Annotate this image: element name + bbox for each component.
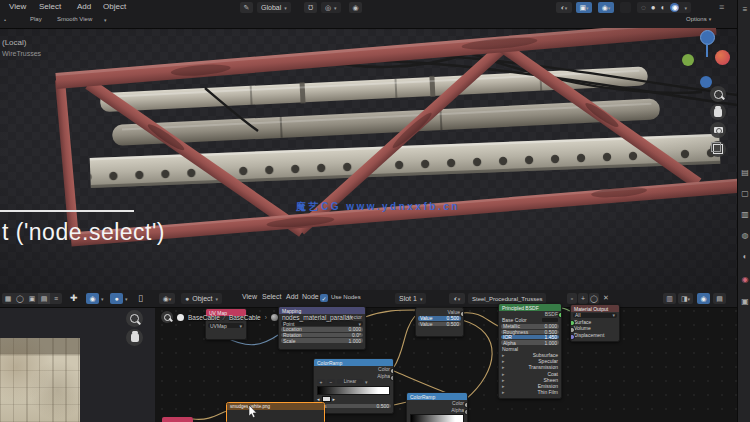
socket[interactable] [570, 320, 575, 326]
breadcrumb-material[interactable]: BaseCable [229, 314, 261, 321]
output-target-dropdown[interactable]: All ▾ [573, 313, 617, 318]
cursor-tool-icon[interactable]: ◉ [349, 2, 362, 13]
bsdf-alpha-slider[interactable]: Alpha1.000 [501, 340, 559, 344]
tab-viewlayer-icon[interactable]: ▥ [740, 208, 750, 220]
image-zoom-button[interactable] [126, 310, 143, 327]
editor-type-icon[interactable]: ▦ [2, 293, 14, 304]
perspective-toggle-button[interactable] [710, 141, 726, 157]
play-menu[interactable]: Play [30, 16, 42, 22]
tab-render-icon[interactable]: ▤ [740, 166, 750, 178]
menu-add[interactable]: Add [74, 1, 94, 12]
pin-icon[interactable]: ✚ [70, 293, 78, 303]
image-pan-button[interactable] [126, 329, 143, 346]
material-fake-user-button[interactable]: ◯ [589, 293, 599, 304]
shader-type-dropdown[interactable]: ● Object ▾ [181, 293, 222, 304]
transform-orientation-dropdown[interactable]: Global ▾ [257, 2, 291, 13]
node-colorramp-2[interactable]: ColorRamp Color Alpha [406, 392, 468, 422]
socket[interactable] [558, 312, 563, 318]
node-math[interactable]: Value Value 0.500 Value 0.500 [415, 307, 464, 337]
view-mode-icon[interactable]: ◯ [14, 293, 26, 304]
texture-image-preview[interactable] [0, 338, 80, 422]
tab-output-icon[interactable]: ▢ [740, 187, 750, 199]
annotate-icon[interactable]: ✎ [240, 2, 253, 13]
node-partial-red-header[interactable] [162, 417, 193, 422]
gizmo-minus-z-axis[interactable] [700, 76, 712, 88]
camera-view-button[interactable] [710, 122, 726, 138]
material-new-button[interactable]: + [578, 293, 588, 304]
shading-extra-button[interactable] [620, 2, 631, 13]
image-toggle-a[interactable]: ◉ [86, 293, 99, 304]
xray-toggle[interactable]: ◉▾ [598, 2, 614, 13]
snap-magnet-icon[interactable]: Ω [304, 2, 317, 13]
image-toggle-b[interactable]: ● [110, 293, 123, 304]
ramp-delete-stop-button[interactable]: − [327, 379, 335, 384]
socket[interactable] [460, 311, 465, 317]
navigation-gizmo[interactable] [678, 28, 734, 92]
overlay-toggle-icon[interactable]: ▥ [663, 293, 676, 304]
ramp-pos-slider[interactable]: Pos 0.500 [316, 404, 391, 409]
socket[interactable] [390, 368, 395, 374]
zoom-button[interactable] [710, 86, 726, 102]
overlays-toggle[interactable]: ▣▾ [576, 2, 592, 13]
snap-toggle-active[interactable]: ◉ [697, 293, 710, 304]
socket[interactable] [570, 334, 575, 340]
node-bsdf-header[interactable]: Principled BSDF [499, 304, 561, 311]
breadcrumb-object[interactable]: BaseCable [188, 314, 220, 321]
solid-shading-icon[interactable]: ● [651, 3, 656, 12]
image-thumb-icon[interactable]: ▤ [38, 293, 50, 304]
rendered-shading-icon-active[interactable]: ◉ [670, 3, 679, 12]
pan-button[interactable] [710, 104, 726, 120]
socket[interactable] [390, 375, 395, 381]
menu-object[interactable]: Object [100, 1, 129, 12]
colorramp-gradient[interactable] [410, 414, 464, 422]
node-menu-select[interactable]: Select [259, 292, 284, 301]
tab-node-icon[interactable]: ▣ [740, 295, 750, 307]
material-user-button[interactable]: ▫ [567, 293, 577, 304]
slot-dropdown[interactable]: Slot 1 ▾ [395, 293, 426, 304]
uvmap-dropdown[interactable]: UVMap ▾ [208, 323, 244, 328]
node-menu-node[interactable]: Node [299, 292, 322, 301]
ramp-next-stop[interactable]: ▸ [333, 396, 336, 402]
list-icon[interactable]: ≡ [50, 293, 62, 304]
math-value-slider-selected[interactable]: Value 0.500 [418, 316, 461, 321]
shader-node-editor[interactable]: ◉▾ ● Object ▾ View Select Add Node ✓ Use… [155, 290, 737, 422]
node-image-texture-active[interactable]: smudges_white.png [226, 402, 325, 422]
wireframe-shading-icon[interactable]: ◌ [641, 3, 646, 12]
node-colorramp2-header[interactable]: ColorRamp [407, 393, 467, 400]
editor-type-dropdown[interactable]: ◉▾ [159, 293, 175, 304]
base-color-swatch[interactable] [542, 318, 558, 322]
mapping-rotation-slider[interactable]: Rotation 0.0° [281, 333, 363, 338]
ramp-add-stop-button[interactable]: + [317, 379, 325, 384]
sidebar-toggle-icon[interactable]: ▤ [713, 293, 726, 304]
new-image-icon[interactable]: ▯ [138, 293, 143, 303]
gizmo-x-axis[interactable] [682, 54, 694, 66]
colorramp-gradient[interactable] [317, 386, 390, 395]
snapping-dropdown[interactable]: ◨▾ [678, 293, 693, 304]
use-nodes-checkbox[interactable]: ✓ [320, 294, 328, 302]
socket[interactable] [464, 409, 469, 415]
node-colorramp1-header[interactable]: ColorRamp [314, 359, 393, 366]
tab-scene-icon[interactable]: ◍ [740, 229, 750, 241]
socket[interactable] [464, 402, 469, 408]
material-unlink-icon[interactable]: ✕ [603, 294, 609, 302]
node-image-header[interactable]: smudges_white.png [227, 403, 324, 410]
ramp-interpolation-dropdown[interactable]: Linear [337, 379, 363, 384]
math-value-slider[interactable]: Value 0.500 [418, 322, 461, 327]
material-browse-dropdown[interactable]: ◐▾ [449, 293, 465, 304]
node-colorramp-1[interactable]: ColorRamp Color Alpha + − Linear ▾ ◂ ▸ P… [313, 358, 394, 414]
socket[interactable] [570, 327, 575, 333]
options-dropdown[interactable]: Options ▾ [686, 16, 711, 22]
gizmos-dropdown[interactable]: ◐▾ [556, 2, 572, 13]
menu-view[interactable]: View [6, 1, 29, 12]
breadcrumb-node-group[interactable]: nodes_material_parallax [282, 314, 353, 321]
material-preview-icon[interactable]: ◐ [661, 3, 666, 12]
breadcrumb-zoom-icon[interactable] [161, 311, 173, 323]
gizmo-y-axis[interactable] [715, 50, 730, 65]
node-menu-view[interactable]: View [239, 292, 260, 301]
paint-mode-icon[interactable]: ▣ [26, 293, 38, 304]
tab-world-icon[interactable]: ◐ [740, 250, 750, 262]
smooth-view-dropdown[interactable]: Smooth View [57, 16, 92, 22]
node-material-output[interactable]: Material Output All ▾ Surface Volume Dis… [570, 304, 620, 342]
mapping-location-slider[interactable]: Location 0.000 [281, 327, 363, 332]
node-principled-bsdf[interactable]: Principled BSDF BSDF Base Color Metallic… [498, 303, 562, 399]
